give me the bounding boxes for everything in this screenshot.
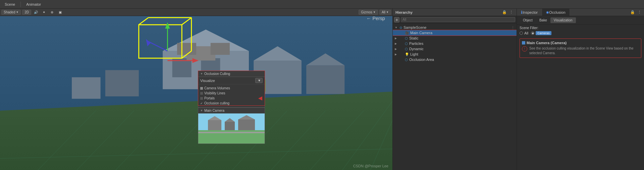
hierarchy-more-icon[interactable]: ⋮ bbox=[508, 10, 514, 15]
particles-icon: ⬡ bbox=[405, 42, 408, 46]
camera-preview-panel: ▼ Main Camera bbox=[198, 107, 265, 144]
hierarchy-item-light[interactable]: ▶ 💡 Light bbox=[393, 52, 517, 57]
filter-cameras-radio-button[interactable] bbox=[531, 31, 534, 35]
svg-rect-25 bbox=[211, 43, 230, 55]
hierarchy-item-particles[interactable]: ▶ ⬡ Particles bbox=[393, 41, 517, 46]
particles-arrow-icon: ▶ bbox=[395, 42, 397, 45]
watermark: CSDN @Prosper Lee bbox=[353, 164, 388, 168]
samplescene-options-icon[interactable]: ⋮ bbox=[511, 26, 515, 29]
scene-tab[interactable]: Scene bbox=[2, 2, 18, 7]
occlusion-panel-title: Occlusion Culling bbox=[204, 72, 230, 76]
hierarchy-content: ▼ ⊙ SampleScene ⋮ 🎥 Main Camera ▶ ⬡ Stat… bbox=[393, 23, 517, 170]
visibility-lines-icon bbox=[200, 92, 203, 95]
hierarchy-item-main-camera[interactable]: 🎥 Main Camera bbox=[393, 30, 517, 35]
hierarchy-item-static[interactable]: ▶ ⬡ Static bbox=[393, 35, 517, 41]
occlusion-check-icon: ✓ bbox=[200, 102, 203, 105]
camera-preview-expand-icon: ▼ bbox=[200, 109, 203, 112]
scene-canvas: ← Persp bbox=[0, 16, 392, 170]
scene-filter-row: All Cameras bbox=[517, 30, 644, 36]
hierarchy-lock-icon[interactable]: 🔒 bbox=[502, 10, 507, 15]
top-toolbar: Scene Animator bbox=[0, 0, 644, 9]
occlusion-tab-icon: ◉ bbox=[546, 10, 549, 14]
right-panel: ℹ Inspector ◉ Occlusion 🔒 ⋮ Object Bake bbox=[517, 9, 644, 170]
occlusion-area-icon: ⬡ bbox=[405, 58, 408, 62]
dynamic-arrow-icon: ▶ bbox=[395, 48, 397, 51]
camera-info-title-row: Main Camera (Camera) bbox=[522, 41, 639, 45]
visualize-dropdown-arrow: ▼ bbox=[258, 79, 261, 82]
portals-label: Portals bbox=[204, 96, 215, 100]
filter-all-radio[interactable]: All bbox=[520, 31, 528, 35]
hierarchy-search-bar: + bbox=[393, 16, 517, 23]
toolbar-divider-1 bbox=[20, 2, 21, 7]
camera-info-name: Main Camera (Camera) bbox=[527, 41, 567, 45]
subtab-bake-label: Bake bbox=[539, 18, 547, 22]
subtab-object-label: Object bbox=[523, 18, 533, 22]
all-dropdown[interactable]: All ▼ bbox=[379, 10, 391, 15]
camera-info-box: Main Camera (Camera) ! See the occlusion… bbox=[520, 38, 641, 58]
occlusion-subtabs: Object Bake Visualization bbox=[517, 16, 644, 25]
hierarchy-item-samplescene[interactable]: ▼ ⊙ SampleScene ⋮ bbox=[393, 25, 517, 30]
occlusion-culling-panel: ▼ Occlusion Culling Visualize ▼ Camera V… bbox=[198, 71, 265, 107]
light-arrow-icon: ▶ bbox=[395, 53, 397, 56]
visibility-lines-option[interactable]: Visibility Lines bbox=[200, 91, 263, 96]
portals-icon bbox=[200, 97, 203, 100]
visualize-dropdown[interactable]: ▼ bbox=[255, 78, 263, 83]
svg-rect-23 bbox=[177, 43, 196, 55]
occlusion-area-label: Occlusion Area bbox=[409, 58, 434, 62]
2d-toggle[interactable]: 2D bbox=[22, 10, 31, 15]
audio-icon[interactable]: 🔊 bbox=[33, 9, 39, 16]
hierarchy-header: Hierarchy 🔒 ⋮ bbox=[393, 9, 517, 16]
subtab-visualization-label: Visualization bbox=[554, 18, 573, 22]
filter-cameras-chip[interactable]: Cameras bbox=[536, 31, 551, 35]
scene-view: Shaded ▼ 2D 🔊 ✦ ⊕ ▣ Gizmos ▼ All ▼ bbox=[0, 9, 392, 170]
visualize-label: Visualize bbox=[200, 79, 215, 83]
cursor-arrow-icon: ▶ bbox=[258, 96, 262, 102]
inspector-tab[interactable]: ℹ Inspector bbox=[517, 9, 542, 16]
portals-option[interactable]: Portals bbox=[200, 96, 263, 101]
right-panel-lock-icon[interactable]: 🔒 bbox=[630, 10, 635, 15]
fx-icon[interactable]: ✦ bbox=[41, 9, 47, 16]
samplescene-scene-icon: ⊙ bbox=[399, 26, 402, 29]
svg-rect-62 bbox=[225, 122, 235, 130]
svg-rect-30 bbox=[105, 70, 139, 96]
gizmos-dropdown[interactable]: Gizmos ▼ bbox=[359, 10, 378, 15]
hierarchy-add-button[interactable]: + bbox=[394, 17, 399, 22]
light-label: Light bbox=[410, 52, 418, 56]
camera-preview-title: Main Camera bbox=[204, 109, 224, 112]
hierarchy-item-occlusion-area[interactable]: ⬡ Occlusion Area bbox=[393, 57, 517, 62]
hierarchy-header-icons: 🔒 ⋮ bbox=[502, 10, 514, 15]
svg-rect-31 bbox=[72, 77, 101, 99]
occlusion-tab[interactable]: ◉ Occlusion bbox=[542, 9, 570, 16]
right-panel-more-icon[interactable]: ⋮ bbox=[637, 10, 642, 15]
camera-preview-header: ▼ Main Camera bbox=[198, 108, 265, 113]
occlusion-culling-option[interactable]: ✓ Occlusion culling bbox=[200, 101, 263, 106]
occlusion-culling-label: Occlusion culling bbox=[204, 101, 229, 105]
expand-icon: ▼ bbox=[200, 72, 203, 75]
subtab-visualization[interactable]: Visualization bbox=[550, 17, 576, 23]
subtab-object[interactable]: Object bbox=[520, 17, 536, 23]
scene-icon2[interactable]: ▣ bbox=[57, 9, 63, 16]
static-object-icon: ⬡ bbox=[405, 36, 408, 40]
dynamic-label: Dynamic bbox=[409, 47, 424, 51]
filter-cameras-radio[interactable]: Cameras bbox=[531, 31, 551, 35]
occlusion-panel-header: ▼ Occlusion Culling bbox=[198, 71, 265, 77]
samplescene-arrow-icon: ▼ bbox=[395, 26, 397, 29]
scene-icon1[interactable]: ⊕ bbox=[49, 9, 55, 16]
all-arrow-icon: ▼ bbox=[386, 11, 389, 14]
camera-volumes-option[interactable]: Camera Volumes bbox=[200, 86, 263, 91]
camera-volumes-icon bbox=[200, 87, 203, 90]
shading-dropdown[interactable]: Shaded ▼ bbox=[1, 10, 21, 15]
filter-all-radio-button[interactable] bbox=[520, 31, 523, 35]
hierarchy-search-input[interactable] bbox=[401, 17, 515, 22]
camera-preview-image bbox=[198, 113, 265, 144]
hierarchy-item-dynamic[interactable]: ▶ ⬡ Dynamic bbox=[393, 46, 517, 52]
subtab-bake[interactable]: Bake bbox=[536, 17, 550, 23]
scene-toolbar: Shaded ▼ 2D 🔊 ✦ ⊕ ▣ Gizmos ▼ All ▼ bbox=[0, 9, 392, 16]
camera-info-description: See the occlusion culling visualization … bbox=[529, 46, 639, 56]
filter-cameras-label: Cameras bbox=[537, 31, 550, 35]
animator-tab[interactable]: Animator bbox=[23, 2, 44, 7]
visibility-lines-label: Visibility Lines bbox=[204, 91, 225, 95]
svg-rect-60 bbox=[208, 120, 221, 130]
right-panel-header: ℹ Inspector ◉ Occlusion 🔒 ⋮ bbox=[517, 9, 644, 16]
light-icon: 💡 bbox=[405, 53, 409, 56]
